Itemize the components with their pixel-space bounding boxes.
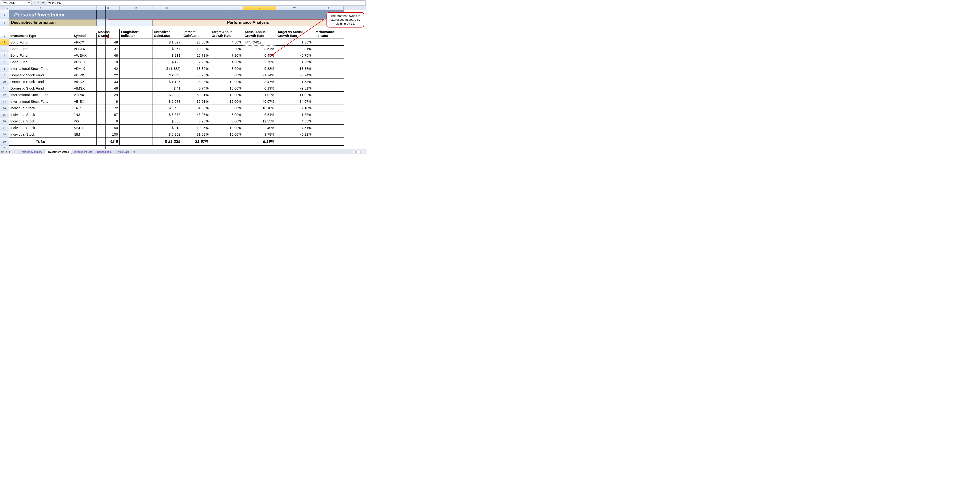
cell-unrealized[interactable]: $ 3,495 — [153, 105, 182, 112]
cell-months-owned[interactable]: 37 — [97, 46, 119, 52]
cell-target-growth[interactable]: 10.00% — [210, 124, 243, 131]
cell-unrealized[interactable]: $ 867 — [153, 46, 182, 52]
cell-long-short[interactable] — [119, 39, 153, 46]
tab-investment-list[interactable]: Investment List — [72, 150, 95, 154]
row-header-19[interactable]: 19 — [0, 138, 9, 146]
total-months[interactable]: 42.6 — [97, 138, 119, 146]
col-header-B[interactable]: B — [72, 6, 97, 10]
cell-actual-growth[interactable]: 10.18% — [243, 105, 276, 112]
cell-investment-type[interactable]: Individual Stock — [9, 105, 72, 112]
cell-months-owned[interactable]: 46 — [97, 85, 119, 92]
cell-perf-indicator[interactable] — [313, 65, 344, 72]
tab-prev-icon[interactable]: ◀ — [5, 150, 8, 153]
cell-investment-type[interactable]: Bond Fund — [9, 59, 72, 65]
cell-target-vs-actual[interactable]: 11.02% — [276, 92, 313, 98]
cell-long-short[interactable] — [119, 59, 153, 65]
cell-actual-growth[interactable]: 3.51% — [243, 46, 276, 52]
cell-investment-type[interactable]: Bond Fund — [9, 39, 72, 46]
col-header-Q[interactable]: Q — [97, 6, 119, 10]
cell-months-owned[interactable]: 6 — [97, 118, 119, 124]
label-target-growth[interactable]: Target Annual Growth Rate — [210, 29, 243, 39]
cell-perf-indicator[interactable] — [313, 105, 344, 112]
row-header[interactable]: 17 — [0, 124, 9, 131]
total-unrealized[interactable]: $ 21,229 — [153, 138, 182, 146]
total-W[interactable] — [276, 138, 313, 146]
cell-symbol[interactable]: VDMIX — [72, 65, 97, 72]
cell-investment-type[interactable]: Domestic Stock Fund — [9, 85, 72, 92]
cell-target-growth[interactable]: 8.00% — [210, 118, 243, 124]
cell-months-owned[interactable]: 42 — [97, 65, 119, 72]
chevron-down-icon[interactable] — [28, 2, 30, 3]
cell-actual-growth[interactable]: 0.19% — [243, 85, 276, 92]
cell-target-vs-actual[interactable]: -9.74% — [276, 72, 313, 78]
row-header[interactable]: 18 — [0, 131, 9, 138]
cell-actual-growth[interactable]: 12.55% — [243, 118, 276, 124]
row-header-20[interactable]: 20 — [0, 146, 9, 149]
cell-symbol[interactable]: VEIPX — [72, 72, 97, 78]
view-mini-3[interactable] — [361, 151, 364, 153]
row-header[interactable]: 11 — [0, 85, 9, 92]
fx-icon[interactable]: fx — [41, 1, 44, 5]
cell-target-growth[interactable]: 10.00% — [210, 131, 243, 138]
cell-months-owned[interactable]: 50 — [97, 124, 119, 131]
cell-actual-growth[interactable]: 8.47% — [243, 78, 276, 85]
label-unrealized[interactable]: Unrealized Gain/Loss — [153, 29, 182, 39]
cell-months-owned[interactable]: 72 — [97, 105, 119, 112]
cell-actual-growth[interactable]: 21.02% — [243, 92, 276, 98]
cell-months-owned[interactable]: 48 — [97, 52, 119, 59]
cell-investment-type[interactable]: Bond Fund — [9, 46, 72, 52]
section-gap[interactable] — [97, 19, 153, 26]
cell-long-short[interactable] — [119, 92, 153, 98]
label-percent-gl[interactable]: Percent Gain/Loss — [182, 29, 210, 39]
row-header[interactable]: 16 — [0, 118, 9, 124]
cell-target-growth[interactable]: 4.00% — [210, 59, 243, 65]
cell-symbol[interactable]: VISGX — [72, 78, 97, 85]
cell-unrealized[interactable]: $ 41 — [153, 85, 182, 92]
cell-percent[interactable]: 23.28% — [182, 78, 210, 85]
tab-next-icon[interactable]: ▶ — [8, 150, 12, 153]
cell-investment-type[interactable]: Bond Fund — [9, 52, 72, 59]
cell-investment-type[interactable]: International Stock Fund — [9, 92, 72, 98]
cell-target-vs-actual[interactable]: 1.36% — [276, 39, 313, 46]
cell-investment-type[interactable]: Individual Stock — [9, 124, 72, 131]
row-header[interactable]: 13 — [0, 98, 9, 105]
cell-symbol[interactable]: VIMSX — [72, 85, 97, 92]
col-header-U[interactable]: U — [210, 6, 243, 10]
cell-percent[interactable]: 81.53% — [182, 131, 210, 138]
cell-percent[interactable]: -18.82% — [182, 65, 210, 72]
cell-target-growth[interactable]: 10.00% — [210, 85, 243, 92]
cell-months-owned[interactable]: 87 — [97, 112, 119, 118]
cell-target-growth[interactable]: 8.00% — [210, 65, 243, 72]
view-mini-1[interactable] — [353, 151, 356, 153]
cell-perf-indicator[interactable] — [313, 46, 344, 52]
cell-unrealized[interactable]: $ 3,676 — [153, 112, 182, 118]
cell-perf-indicator[interactable] — [313, 92, 344, 98]
cell-percent[interactable]: 2.29% — [182, 59, 210, 65]
cell-months-owned[interactable]: 29 — [97, 92, 119, 98]
tab-investment-detail[interactable]: Investment Detail — [45, 150, 72, 154]
cell-symbol[interactable]: TRV — [72, 105, 97, 112]
cell-actual-growth[interactable]: 2.49% — [243, 124, 276, 131]
cell-target-vs-actual[interactable]: 2.18% — [276, 105, 313, 112]
label-symbol[interactable]: Symbol — [72, 33, 97, 39]
section-performance[interactable]: Performance Analysis — [153, 19, 344, 26]
cell-unrealized[interactable]: $ 5,362 — [153, 131, 182, 138]
cell-investment-type[interactable]: Domestic Stock Fund — [9, 78, 72, 85]
cell-long-short[interactable] — [119, 65, 153, 72]
cell-long-short[interactable] — [119, 124, 153, 131]
cell-actual-growth[interactable]: 6.34% — [243, 112, 276, 118]
cell-long-short[interactable] — [119, 118, 153, 124]
cell-long-short[interactable] — [119, 105, 153, 112]
label-investment-type[interactable]: Investment Type — [9, 33, 72, 39]
cell-symbol[interactable]: VFSTX — [72, 46, 97, 52]
col-header-W[interactable]: W — [276, 6, 313, 10]
cell-unrealized[interactable]: $ 2,078 — [153, 98, 182, 105]
total-X[interactable] — [313, 138, 344, 146]
tab-portfolio-summary[interactable]: Portfolio Summary — [18, 150, 45, 154]
row-header[interactable]: 12 — [0, 92, 9, 98]
row-header-1[interactable]: 1 — [0, 10, 9, 19]
cell-long-short[interactable] — [119, 46, 153, 52]
cell-unrealized[interactable]: $ 126 — [153, 59, 182, 65]
name-box[interactable]: AVERAGE — [1, 0, 32, 5]
cell-actual-growth[interactable]: 2.75% — [243, 59, 276, 65]
